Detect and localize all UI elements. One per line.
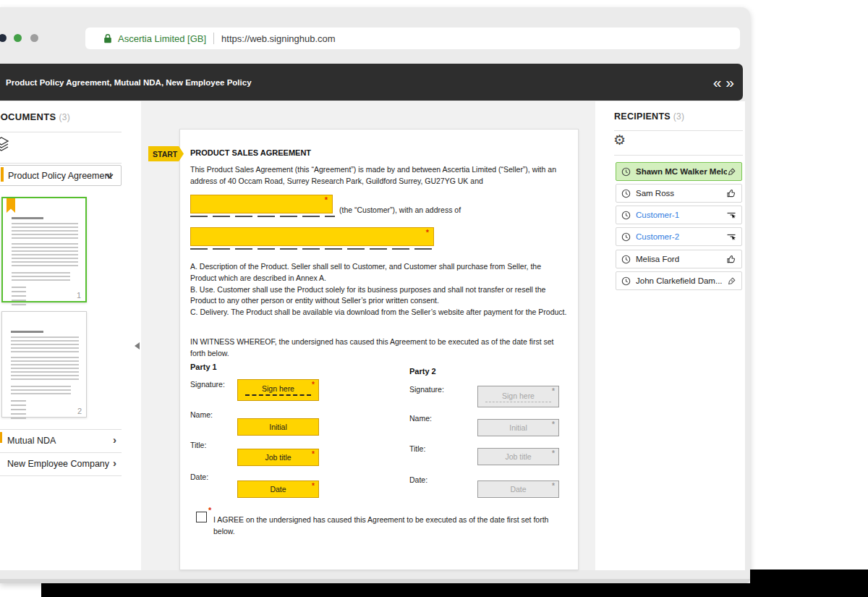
clauses: A. Description of the Product. Seller sh… [190, 261, 569, 318]
party2-title-label: Title: [409, 444, 425, 453]
agree-checkbox[interactable] [196, 512, 207, 522]
recipient-row-customer-1[interactable]: Customer-1 [616, 206, 742, 224]
document-item-label: New Employee Company [7, 459, 109, 469]
recipient-row-melisa-ford[interactable]: Melisa Ford [616, 250, 742, 268]
field-placeholder: Sign here [262, 384, 294, 393]
divider [0, 475, 122, 476]
recipient-row-sam-ross[interactable]: Sam Ross [616, 184, 742, 203]
documents-panel: DOCUMENTS (3) Product Policy Agreement [0, 101, 141, 570]
pending-clock-icon [621, 167, 631, 177]
customer-address-field[interactable]: * [190, 227, 434, 246]
browser-window: Ascertia Limited [GB] https://web.signin… [0, 7, 750, 583]
recipient-name: Sam Ross [636, 189, 726, 198]
divider [614, 155, 743, 156]
pending-clock-icon [621, 276, 631, 286]
required-asterisk: * [208, 506, 211, 515]
party2-heading: Party 2 [409, 367, 436, 376]
signature-dash-line [245, 394, 311, 396]
required-asterisk: * [552, 387, 555, 395]
collapse-left-panel-arrow[interactable] [135, 342, 140, 350]
recipient-name: Customer-2 [636, 232, 726, 241]
lock-icon [103, 33, 112, 43]
required-asterisk: * [312, 450, 315, 458]
package-toolbar: Product Policy Agreement, Mutual NDA, Ne… [0, 64, 743, 101]
window-control-dot-3[interactable] [30, 34, 38, 42]
party1-title-field[interactable]: Job title * [237, 449, 319, 466]
party2-title-field: Job title * [477, 448, 559, 465]
recipient-row-john-clarkefield[interactable]: John Clarkefield Dam... [616, 271, 742, 290]
in-person-cursor-role-icon [726, 232, 736, 242]
window-bottom-edge [0, 579, 750, 583]
chevron-down-icon [106, 174, 114, 179]
chevron-right-icon: › [113, 433, 116, 446]
page-number: 1 [77, 291, 81, 300]
chevron-right-icon: › [113, 457, 116, 469]
party2-name-label: Name: [409, 414, 432, 423]
field-placeholder: Job title [265, 453, 291, 462]
sidebar-item-mutual-nda[interactable]: Mutual NDA › [0, 429, 141, 452]
required-asterisk: * [552, 482, 555, 490]
required-asterisk: * [312, 482, 315, 490]
start-tag[interactable]: START [148, 146, 184, 161]
field-placeholder: Job title [505, 452, 531, 461]
package-title: Product Policy Agreement, Mutual NDA, Ne… [0, 78, 252, 87]
agree-text: I AGREE on the undersigned has caused th… [213, 515, 566, 538]
required-asterisk: * [552, 420, 555, 428]
documents-count: (3) [59, 112, 70, 122]
double-chevron-left-icon[interactable]: « [713, 75, 722, 90]
collate-documents-icon[interactable] [0, 136, 9, 152]
recipient-row-customer-2[interactable]: Customer-2 [616, 227, 742, 246]
pending-clock-icon [621, 189, 631, 198]
customer-suffix-text: (the “Customer”), with an address of [339, 205, 461, 216]
party1-name-field[interactable]: Initial [237, 418, 319, 436]
double-chevron-right-icon[interactable]: » [726, 75, 734, 90]
recipient-name: Shawn MC Walker Melc ... [636, 167, 727, 176]
party1-date-field[interactable]: Date * [237, 480, 319, 498]
party1-signature-label: Signature: [190, 380, 225, 389]
field-placeholder: Date [270, 485, 286, 494]
document-selector-dropdown[interactable]: Product Policy Agreement [0, 165, 122, 186]
intro-paragraph: This Product Sales Agreement (this “Agre… [190, 164, 569, 187]
party1-title-label: Title: [190, 441, 206, 449]
page-thumbnail-2[interactable]: 2 [1, 311, 87, 418]
fill-in-line [190, 248, 436, 250]
thumbnail-preview [12, 217, 78, 308]
witness-paragraph: IN WITNESS WHEREOF, the undersigned has … [190, 336, 569, 360]
pen-role-icon [727, 276, 736, 286]
divider [614, 130, 743, 131]
desktop-bar [41, 583, 868, 597]
workspace: DOCUMENTS (3) Product Policy Agreement [0, 101, 750, 570]
thumbnail-preview [11, 331, 79, 422]
window-control-dot-2[interactable] [14, 34, 22, 42]
party2-signature-label: Signature: [409, 385, 444, 394]
customer-name-field[interactable]: * [190, 195, 333, 213]
party1-signature-field[interactable]: Sign here * [237, 379, 319, 401]
window-control-dot-1[interactable] [0, 34, 7, 42]
url-text: https://web.signinghub.com [221, 33, 336, 44]
recipient-row-shawn[interactable]: Shawn MC Walker Melc ... [616, 162, 742, 181]
sidebar-item-new-employee-company[interactable]: New Employee Company › [0, 452, 141, 475]
field-placeholder: Initial [269, 423, 287, 431]
selected-document-label: Product Policy Agreement [8, 171, 112, 181]
pending-clock-icon [621, 232, 631, 242]
document-viewer: START PRODUCT SALES AGREEMENT This Produ… [141, 101, 595, 570]
thumbs-up-role-icon [726, 188, 736, 198]
address-bar[interactable]: Ascertia Limited [GB] https://web.signin… [85, 27, 740, 49]
document-item-label: Mutual NDA [7, 436, 56, 446]
page-thumbnail-1[interactable]: 1 [1, 197, 87, 302]
required-asterisk: * [426, 228, 429, 237]
browser-chrome: Ascertia Limited [GB] https://web.signin… [0, 7, 750, 64]
pending-clock-icon [621, 211, 631, 220]
gear-icon[interactable]: ⚙ [613, 133, 626, 147]
party1-name-label: Name: [190, 410, 213, 419]
thumbs-up-role-icon [726, 254, 736, 264]
recipients-count: (3) [673, 111, 685, 122]
fill-in-line [190, 216, 335, 217]
documents-title-text: DOCUMENTS [0, 111, 56, 122]
bookmark-ribbon-icon [7, 198, 15, 213]
desktop-background: Ascertia Limited [GB] https://web.signin… [0, 0, 868, 597]
recipients-panel-title: RECIPIENTS (3) [614, 111, 684, 122]
required-asterisk: * [312, 381, 315, 389]
document-title: PRODUCT SALES AGREEMENT [190, 148, 311, 157]
pending-clock-icon [621, 255, 631, 264]
